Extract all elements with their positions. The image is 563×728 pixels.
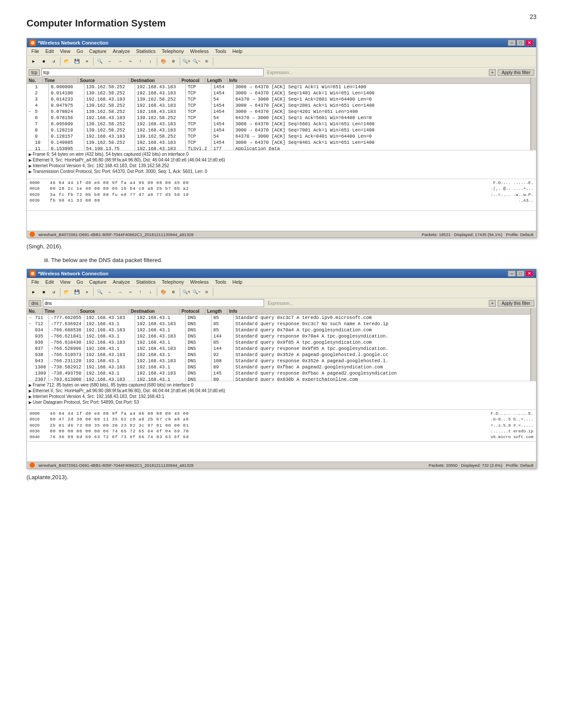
table-row[interactable]: ← 712 -777.636924 192.168.43.1 192.168.4… — [27, 321, 531, 327]
toolbar-prev-1[interactable]: ↑ — [136, 56, 145, 66]
menu-edit-2[interactable]: Edit — [43, 279, 57, 285]
toolbar-open-1[interactable]: 📂 — [62, 56, 72, 66]
packet-list-container-2: No. Time Source Destination Protocol Len… — [27, 308, 536, 381]
table-row[interactable]: 937 -766.528996 192.168.43.1 192.168.43.… — [27, 345, 531, 352]
restore-btn-1[interactable]: □ — [517, 40, 525, 46]
menu-tools-1[interactable]: Tools — [212, 48, 229, 54]
table-row[interactable]: 2 0.014100 139.162.58.252 192.168.43.183… — [27, 90, 531, 96]
toolbar-goto-2[interactable]: ⇒ — [125, 287, 135, 297]
row-arrow — [27, 345, 33, 352]
toolbar-zoom-in-2[interactable]: 🔍+ — [181, 287, 191, 297]
table-row[interactable]: 943 -766.231120 192.168.43.1 192.168.43.… — [27, 358, 531, 364]
menu-go-1[interactable]: Go — [74, 48, 86, 54]
status-filename-1: wireshark_B4072061-D691-4BB1-805F-7044F4… — [38, 232, 418, 237]
close-btn-2[interactable]: ✕ — [525, 270, 533, 277]
menu-view-2[interactable]: View — [57, 279, 73, 285]
toolbar-zoom-reset-2[interactable]: ⊙ — [202, 287, 212, 297]
toolbar-stop-1[interactable]: ■ — [39, 56, 49, 66]
table-row[interactable]: → 711 -777.662055 192.168.43.183 192.168… — [27, 315, 531, 321]
toolbar-go-back-1[interactable]: ← — [105, 56, 115, 66]
toolbar-color-2[interactable]: 🎨 — [159, 287, 168, 297]
table-row[interactable]: 2307 -703.613000 192.168.43.183 192.168.… — [27, 376, 531, 381]
toolbar-pref-1[interactable]: ⚙ — [169, 56, 178, 66]
menu-wireless-2[interactable]: Wireless — [188, 279, 212, 285]
table-row[interactable]: 4 0.047975 139.162.58.252 192.168.43.183… — [27, 102, 531, 109]
menu-file-1[interactable]: File — [29, 48, 42, 54]
menu-file-2[interactable]: File — [29, 279, 42, 285]
filter-input-2[interactable] — [43, 299, 264, 307]
table-row[interactable]: 7 0.095999 139.162.58.252 192.168.43.183… — [27, 121, 531, 127]
toolbar-color-1[interactable]: 🎨 — [159, 56, 168, 66]
toolbar-goto-1[interactable]: ⇒ — [125, 56, 135, 66]
toolbar-go-fwd-1[interactable]: → — [115, 56, 125, 66]
menu-analyze-2[interactable]: Analyze — [110, 279, 132, 285]
vscroll-1[interactable] — [531, 78, 536, 150]
toolbar-save-2[interactable]: 💾 — [72, 287, 82, 297]
toolbar-close-file-1[interactable]: ✕ — [82, 56, 92, 66]
menu-telephony-1[interactable]: Telephony — [159, 48, 186, 54]
toolbar-zoom-in-1[interactable]: 🔍+ — [181, 56, 191, 66]
menu-go-2[interactable]: Go — [74, 279, 86, 285]
filter-plus-2[interactable]: + — [489, 300, 496, 307]
table-row[interactable]: ← 5 0.078024 139.162.58.252 192.168.43.1… — [27, 109, 531, 115]
col-info: Standard query 0x030b A expertchatonline… — [234, 376, 531, 381]
menu-help-1[interactable]: Help — [230, 48, 245, 54]
minimize-btn-1[interactable]: ─ — [508, 40, 516, 46]
menu-edit-1[interactable]: Edit — [43, 48, 57, 54]
table-row[interactable]: 6 0.078156 192.168.43.183 139.162.58.252… — [27, 115, 531, 121]
menu-analyze-1[interactable]: Analyze — [110, 48, 132, 54]
toolbar-restart-1[interactable]: ↺ — [49, 56, 59, 66]
table-row[interactable]: 3 0.014233 192.168.43.183 139.162.58.252… — [27, 96, 531, 102]
menu-tools-2[interactable]: Tools — [212, 279, 229, 285]
toolbar-next-1[interactable]: ↓ — [146, 56, 155, 66]
toolbar-restart-2[interactable]: ↺ — [49, 287, 59, 297]
toolbar-find-2[interactable]: 🔍 — [95, 287, 105, 297]
toolbar-start-2[interactable]: ▶ — [29, 287, 38, 297]
toolbar-go-back-2[interactable]: ← — [105, 287, 115, 297]
table-row[interactable]: 1309 -738.493750 192.168.43.1 192.168.43… — [27, 370, 531, 376]
menu-telephony-2[interactable]: Telephony — [159, 279, 186, 285]
status-profile-2: Profile: Default — [506, 463, 533, 468]
toolbar-close-file-2[interactable]: ✕ — [82, 287, 92, 297]
toolbar-open-2[interactable]: 📂 — [62, 287, 72, 297]
table-row[interactable]: 938 -766.519573 192.168.43.183 192.168.4… — [27, 352, 531, 358]
toolbar-go-fwd-2[interactable]: → — [115, 287, 125, 297]
menu-capture-1[interactable]: Capture — [87, 48, 109, 54]
packet-list-1: No. Time Source Destination Protocol Len… — [27, 78, 531, 150]
menu-wireless-1[interactable]: Wireless — [188, 48, 212, 54]
filter-input-1[interactable] — [42, 68, 263, 76]
col-time: -738.493750 — [49, 370, 84, 376]
menu-help-2[interactable]: Help — [230, 279, 245, 285]
table-row[interactable]: 935 -766.621841 192.168.43.1 192.168.43.… — [27, 333, 531, 339]
table-row[interactable]: 8 0.128219 139.162.58.252 192.168.43.183… — [27, 127, 531, 133]
toolbar-prev-2[interactable]: ↑ — [136, 287, 145, 297]
toolbar-save-1[interactable]: 💾 — [72, 56, 82, 66]
hex-addr: 0020 — [30, 423, 45, 428]
table-row[interactable]: 936 -766.618430 192.168.43.183 192.168.4… — [27, 339, 531, 345]
menu-view-1[interactable]: View — [57, 48, 73, 54]
table-row[interactable]: 1 0.000000 139.162.58.252 192.168.43.183… — [27, 84, 531, 90]
toolbar-find-1[interactable]: 🔍 — [95, 56, 105, 66]
vscroll-2[interactable] — [531, 308, 536, 381]
minimize-btn-2[interactable]: ─ — [508, 270, 516, 277]
restore-btn-2[interactable]: □ — [517, 270, 525, 277]
table-row[interactable]: 934 -766.688538 192.168.43.183 192.168.4… — [27, 327, 531, 333]
close-btn-1[interactable]: ✕ — [525, 40, 533, 46]
toolbar-zoom-out-1[interactable]: 🔍− — [192, 56, 201, 66]
table-row[interactable]: 10 0.149985 139.162.58.252 192.168.43.18… — [27, 139, 531, 146]
toolbar-stop-2[interactable]: ■ — [39, 287, 49, 297]
toolbar-zoom-reset-1[interactable]: ⊙ — [202, 56, 212, 66]
filter-apply-2[interactable]: Apply this filter — [498, 300, 534, 307]
filter-apply-1[interactable]: Apply this filter — [498, 69, 534, 76]
toolbar-zoom-out-2[interactable]: 🔍− — [192, 287, 201, 297]
table-row[interactable]: 11 0.153995 54.198.13.75 192.168.43.183 … — [27, 146, 531, 150]
table-row[interactable]: 9 0.128157 192.168.43.183 139.162.58.252… — [27, 133, 531, 139]
menu-capture-2[interactable]: Capture — [87, 279, 109, 285]
table-row[interactable]: 1308 -738.582912 192.168.43.183 192.168.… — [27, 364, 531, 370]
menu-statistics-2[interactable]: Statistics — [133, 279, 158, 285]
toolbar-start-1[interactable]: ▶ — [29, 56, 38, 66]
toolbar-next-2[interactable]: ↓ — [146, 287, 155, 297]
filter-plus-1[interactable]: + — [489, 69, 496, 76]
toolbar-pref-2[interactable]: ⚙ — [169, 287, 178, 297]
menu-statistics-1[interactable]: Statistics — [133, 48, 158, 54]
